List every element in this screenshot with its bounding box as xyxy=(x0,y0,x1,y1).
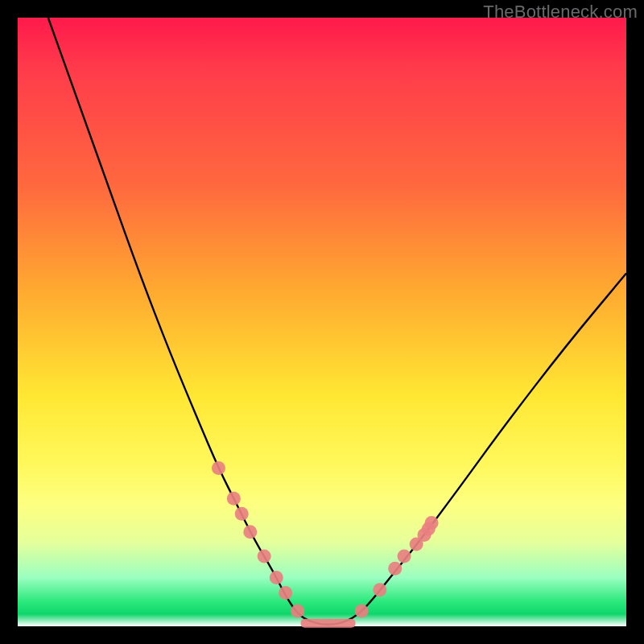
marker-left-2 xyxy=(235,507,249,521)
marker-left-6 xyxy=(279,586,292,600)
marker-right-0 xyxy=(355,605,369,618)
marker-left-1 xyxy=(227,492,241,506)
marker-right-7 xyxy=(425,516,439,530)
curve-svg xyxy=(18,18,626,626)
marker-right-1 xyxy=(373,583,386,597)
markers-left-group xyxy=(212,461,304,618)
marker-right-2 xyxy=(388,562,402,576)
plot-area xyxy=(18,18,626,626)
markers-right-group xyxy=(355,516,439,618)
marker-left-0 xyxy=(212,461,225,475)
marker-left-5 xyxy=(270,571,283,584)
marker-right-3 xyxy=(398,550,411,564)
marker-left-7 xyxy=(291,605,304,618)
marker-left-4 xyxy=(258,550,271,564)
bottleneck-curve xyxy=(48,18,626,625)
marker-left-3 xyxy=(243,525,257,539)
chart-frame: TheBottleneck.com xyxy=(0,0,644,644)
watermark-text: TheBottleneck.com xyxy=(483,2,638,23)
minimum-band xyxy=(301,619,356,628)
